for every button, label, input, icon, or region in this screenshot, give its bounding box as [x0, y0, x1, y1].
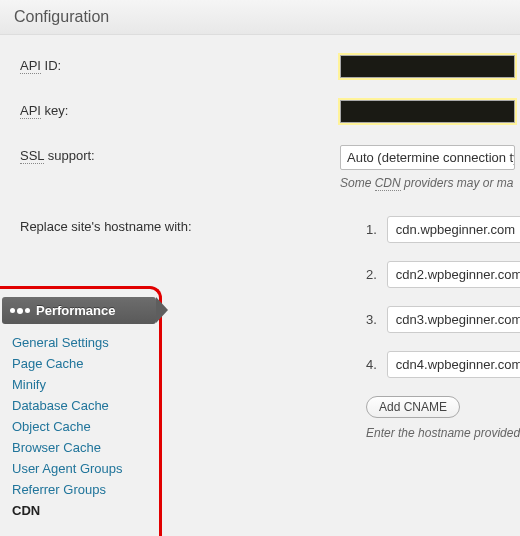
sidebar-item-object-cache[interactable]: Object Cache — [12, 416, 145, 437]
hostname-num: 2. — [366, 267, 387, 282]
field-ssl: SSL support: Auto (determine connection … — [20, 145, 506, 190]
hostname-input[interactable] — [387, 216, 520, 243]
sidebar-performance: Performance General Settings Page Cache … — [0, 286, 162, 536]
sidebar-item-cdn[interactable]: CDN — [12, 500, 145, 521]
ssl-label: SSL support: — [20, 145, 340, 163]
hostname-input[interactable] — [387, 351, 520, 378]
hostname-input[interactable] — [387, 261, 520, 288]
sidebar-header[interactable]: Performance — [2, 297, 156, 324]
hostname-num: 4. — [366, 357, 387, 372]
sidebar-item-minify[interactable]: Minify — [12, 374, 145, 395]
api-key-input[interactable] — [340, 100, 515, 123]
sidebar-title: Performance — [36, 303, 115, 318]
sidebar-item-page-cache[interactable]: Page Cache — [12, 353, 145, 374]
hostname-num: 1. — [366, 222, 387, 237]
sidebar-items: General Settings Page Cache Minify Datab… — [0, 324, 155, 523]
enter-hostname-note: Enter the hostname provided by — [366, 426, 506, 440]
sidebar-item-browser-cache[interactable]: Browser Cache — [12, 437, 145, 458]
field-api-id: API ID: — [20, 55, 506, 78]
add-cname-button[interactable]: Add CNAME — [366, 396, 460, 418]
api-id-label: API ID: — [20, 55, 340, 73]
hostname-input[interactable] — [387, 306, 520, 333]
sidebar-item-referrer-groups[interactable]: Referrer Groups — [12, 479, 145, 500]
api-key-label: API key: — [20, 100, 340, 118]
hostname-row: 1. — [366, 216, 506, 243]
sidebar-item-general-settings[interactable]: General Settings — [12, 332, 145, 353]
field-api-key: API key: — [20, 100, 506, 123]
replace-label: Replace site's hostname with: — [20, 216, 340, 234]
sidebar-item-database-cache[interactable]: Database Cache — [12, 395, 145, 416]
api-id-input[interactable] — [340, 55, 515, 78]
hostnames-list: 1. 2. 3. 4. — [366, 216, 506, 378]
performance-icon — [10, 308, 30, 314]
sidebar-item-user-agent-groups[interactable]: User Agent Groups — [12, 458, 145, 479]
ssl-note: Some CDN providers may or ma — [340, 176, 506, 190]
hostname-row: 4. — [366, 351, 506, 378]
ssl-select[interactable]: Auto (determine connection typ — [340, 145, 515, 170]
hostname-num: 3. — [366, 312, 387, 327]
section-header: Configuration — [0, 0, 520, 35]
add-cname-row: Add CNAME Enter the hostname provided by — [366, 396, 506, 440]
hostname-row: 3. — [366, 306, 506, 333]
hostname-row: 2. — [366, 261, 506, 288]
